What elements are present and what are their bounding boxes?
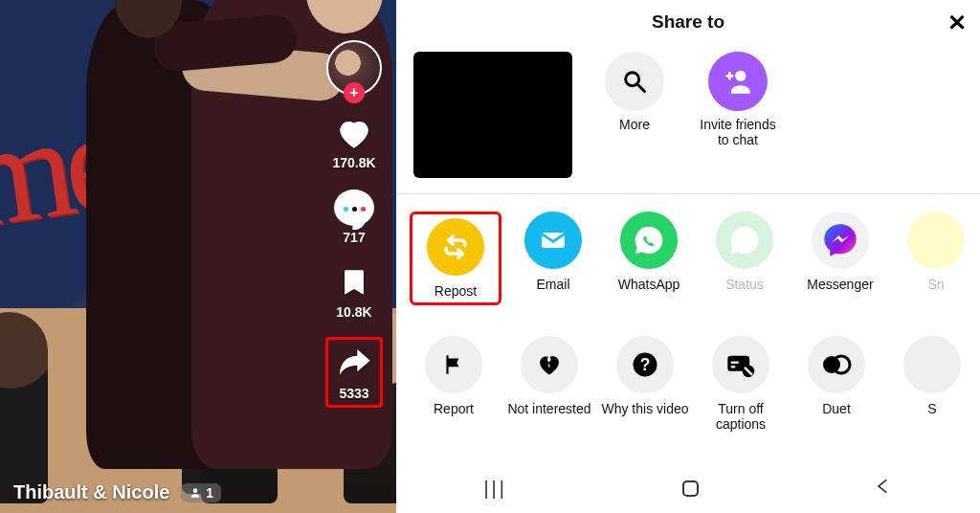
duet-icon bbox=[808, 336, 865, 393]
recents-icon[interactable]: ||| bbox=[483, 478, 507, 500]
flag-icon bbox=[425, 336, 482, 393]
not-interested-button[interactable]: Not interested bbox=[505, 336, 593, 416]
share-icon bbox=[334, 344, 374, 384]
share-button[interactable]: 5333 bbox=[325, 337, 383, 408]
video-feed[interactable]: me + 170 bbox=[0, 0, 396, 513]
svg-point-2 bbox=[735, 71, 746, 81]
close-icon[interactable]: ✕ bbox=[947, 10, 967, 36]
search-icon bbox=[605, 52, 664, 111]
more-button[interactable]: More bbox=[593, 52, 676, 132]
bookmark-icon bbox=[334, 262, 374, 302]
whatsapp-button[interactable]: WhatsApp bbox=[605, 212, 693, 292]
broken-heart-icon bbox=[521, 336, 578, 393]
snapchat-button[interactable]: Sn bbox=[892, 212, 980, 292]
question-icon: ? bbox=[616, 336, 674, 393]
repost-icon bbox=[427, 218, 484, 276]
creator-avatar[interactable]: + bbox=[326, 40, 382, 96]
svg-text:?: ? bbox=[640, 355, 651, 374]
heart-icon bbox=[334, 113, 374, 153]
home-icon[interactable] bbox=[682, 480, 699, 497]
email-icon bbox=[524, 212, 582, 269]
status-icon bbox=[716, 212, 773, 269]
video-thumbnail[interactable] bbox=[413, 52, 572, 178]
report-button[interactable]: Report bbox=[410, 336, 498, 416]
svg-line-1 bbox=[638, 85, 645, 92]
comment-button[interactable]: 717 bbox=[334, 188, 374, 245]
messenger-button[interactable]: Messenger bbox=[796, 212, 884, 292]
messenger-icon bbox=[812, 212, 869, 269]
captions-off-icon bbox=[712, 336, 769, 393]
share-sheet: Share to ✕ More Invite friends to chat bbox=[396, 0, 980, 513]
comment-icon bbox=[334, 188, 374, 228]
creator-username[interactable]: Thibault & Nicole bbox=[13, 481, 169, 503]
whatsapp-icon bbox=[620, 212, 678, 269]
svg-rect-8 bbox=[731, 366, 736, 368]
invite-friends-button[interactable]: Invite friends to chat bbox=[697, 52, 779, 147]
more-action-button[interactable]: S bbox=[888, 336, 976, 416]
repost-button[interactable]: Repost bbox=[418, 218, 493, 299]
comment-count: 717 bbox=[343, 230, 365, 245]
like-count: 170.8K bbox=[332, 155, 375, 170]
duet-button[interactable]: Duet bbox=[792, 336, 880, 416]
add-user-icon bbox=[708, 52, 768, 111]
email-button[interactable]: Email bbox=[509, 212, 597, 292]
why-video-button[interactable]: ? Why this video bbox=[601, 336, 689, 416]
status-button[interactable]: Status bbox=[701, 212, 789, 292]
turn-off-captions-button[interactable]: Turn off captions bbox=[697, 336, 785, 432]
share-count: 5333 bbox=[339, 386, 368, 401]
svg-rect-7 bbox=[731, 362, 739, 364]
snapchat-icon bbox=[907, 212, 965, 269]
back-icon[interactable] bbox=[874, 477, 893, 501]
like-button[interactable]: 170.8K bbox=[332, 113, 375, 170]
more-icon bbox=[903, 336, 961, 393]
bookmark-button[interactable]: 10.8K bbox=[334, 262, 374, 320]
person-icon bbox=[189, 486, 202, 500]
bookmark-count: 10.8K bbox=[336, 304, 371, 320]
follow-button[interactable]: + bbox=[344, 82, 365, 103]
sheet-title: Share to bbox=[652, 11, 724, 33]
android-nav-bar: ||| bbox=[396, 463, 980, 513]
live-badge[interactable]: 1 bbox=[181, 483, 221, 502]
